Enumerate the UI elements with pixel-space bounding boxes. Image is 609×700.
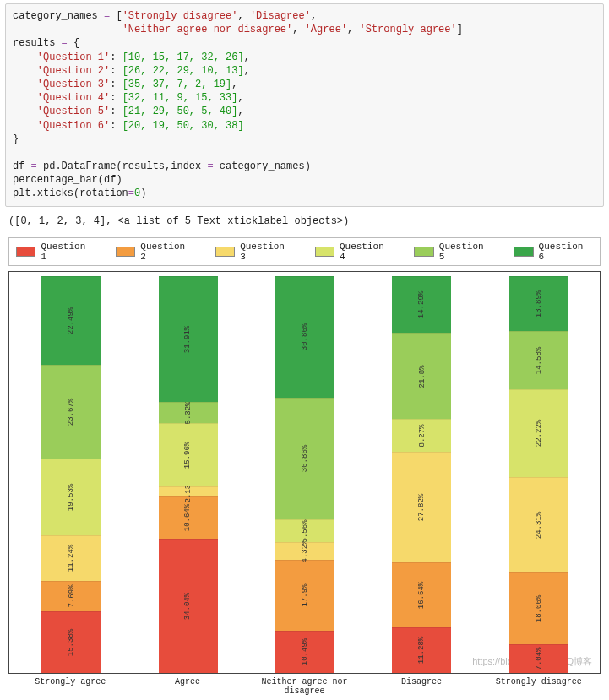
chart: Question 1 Question 2 Question 3 Questio… [8, 237, 601, 696]
bar-segment: 11.28% [392, 627, 451, 672]
bar-segment: 18.06% [509, 572, 568, 644]
bar-value-label: 5.56% [301, 519, 309, 542]
bar-value-label: 11.28% [417, 637, 426, 664]
bar-segment: 14.58% [509, 331, 568, 389]
swatch-icon [514, 247, 533, 257]
bar-1: 34.04%10.64%2.13%15.96%5.32%31.91% [159, 276, 218, 673]
bar-value-label: 19.53% [67, 484, 75, 511]
bar-value-label: 16.54% [417, 582, 426, 609]
bar-value-label: 18.06% [535, 595, 543, 622]
bar-4: 7.04%18.06%24.31%22.22%14.58%13.89% [509, 276, 568, 673]
bar-segment: 5.56% [275, 519, 334, 542]
bar-value-label: 31.91% [184, 325, 193, 352]
legend: Question 1 Question 2 Question 3 Questio… [8, 237, 601, 266]
x-tick-label: Agree [137, 677, 238, 696]
bar-value-label: 24.31% [535, 512, 543, 539]
bar-segment: 5.32% [159, 402, 218, 424]
bar-value-label: 5.32% [184, 401, 193, 424]
bar-value-label: 8.27% [417, 425, 426, 448]
swatch-icon [116, 247, 135, 257]
bar-segment: 24.31% [509, 477, 568, 573]
bar-segment: 22.49% [41, 276, 101, 365]
bar-value-label: 11.24% [67, 545, 75, 572]
swatch-icon [414, 247, 433, 257]
x-tick-label: Strongly disagree [488, 677, 590, 696]
bar-value-label: 23.67% [67, 399, 75, 426]
bar-value-label: 4.32% [301, 540, 309, 562]
bar-segment: 16.54% [392, 562, 451, 628]
plot-area: https://blog.csdn.net/ITQ博客 15.38%7.69%1… [8, 271, 601, 674]
output-text: ([0, 1, 2, 3, 4], <a list of 5 Text xtic… [0, 212, 609, 234]
bar-value-label: 30.86% [301, 323, 309, 350]
bar-segment: 11.24% [41, 535, 101, 580]
bar-value-label: 13.89% [535, 290, 543, 317]
bar-value-label: 10.49% [301, 638, 309, 665]
bar-3: 11.28%16.54%27.82%8.27%21.8%14.29% [392, 276, 451, 673]
code-cell: category_names = ['Strongly disagree', '… [5, 3, 604, 207]
bar-value-label: 21.8% [417, 365, 426, 388]
bar-segment: 7.04% [509, 644, 568, 673]
bar-value-label: 14.58% [535, 347, 543, 374]
legend-item-q1: Question 1 [16, 241, 95, 262]
bar-value-label: 14.29% [417, 291, 426, 318]
x-tick-label: Strongly agree [19, 677, 121, 696]
bar-segment: 34.04% [159, 539, 218, 673]
bar-value-label: 15.38% [67, 629, 75, 656]
bar-segment: 7.69% [41, 581, 101, 612]
legend-item-q2: Question 2 [116, 241, 195, 262]
bar-value-label: 27.82% [417, 494, 426, 521]
legend-item-q4: Question 4 [315, 241, 394, 262]
bar-segment: 19.53% [41, 459, 101, 536]
bar-segment: 23.67% [41, 365, 101, 459]
x-axis-labels: Strongly agreeAgreeNeither agree nor dis… [8, 674, 601, 696]
bar-segment: 22.22% [509, 389, 568, 477]
bar-segment: 31.91% [159, 276, 218, 402]
bar-segment: 15.38% [41, 611, 101, 672]
bar-value-label: 17.9% [301, 584, 309, 607]
bar-segment: 17.9% [275, 560, 334, 631]
bar-value-label: 15.96% [184, 442, 193, 469]
bar-2: 10.49%17.9%4.32%5.56%30.86%30.86% [275, 276, 334, 673]
legend-label: Question 2 [140, 241, 194, 262]
bar-segment: 30.86% [275, 398, 334, 519]
swatch-icon [215, 247, 235, 257]
legend-label: Question 1 [41, 241, 95, 262]
bar-segment: 8.27% [392, 419, 451, 452]
legend-item-q6: Question 6 [514, 241, 593, 262]
bar-0: 15.38%7.69%11.24%19.53%23.67%22.49% [41, 276, 101, 673]
legend-label: Question 6 [539, 241, 593, 262]
bar-value-label: 22.22% [535, 420, 543, 447]
bar-segment: 30.86% [275, 276, 334, 398]
bar-value-label: 7.04% [535, 648, 543, 670]
bar-value-label: 30.86% [301, 445, 309, 472]
swatch-icon [16, 247, 35, 257]
bar-value-label: 22.49% [67, 307, 75, 334]
x-tick-label: Neither agree nor disagree [253, 677, 355, 696]
bar-value-label: 34.04% [184, 592, 193, 619]
legend-item-q5: Question 5 [414, 241, 493, 262]
x-tick-label: Disagree [371, 677, 472, 696]
bar-segment: 13.89% [509, 276, 568, 331]
bar-segment: 14.29% [392, 276, 451, 333]
bar-segment: 2.13% [159, 486, 218, 496]
legend-label: Question 4 [340, 241, 394, 262]
swatch-icon [315, 247, 334, 257]
bar-segment: 27.82% [392, 452, 451, 562]
bar-value-label: 7.69% [67, 585, 75, 608]
bar-segment: 15.96% [159, 423, 218, 486]
legend-label: Question 5 [439, 241, 493, 262]
legend-label: Question 3 [240, 241, 294, 262]
bar-segment: 21.8% [392, 333, 451, 419]
bar-value-label: 10.64% [184, 504, 193, 531]
bar-segment: 10.49% [275, 631, 334, 673]
bar-segment: 4.32% [275, 542, 334, 560]
legend-item-q3: Question 3 [215, 241, 295, 262]
code-token: category_names [13, 10, 104, 22]
